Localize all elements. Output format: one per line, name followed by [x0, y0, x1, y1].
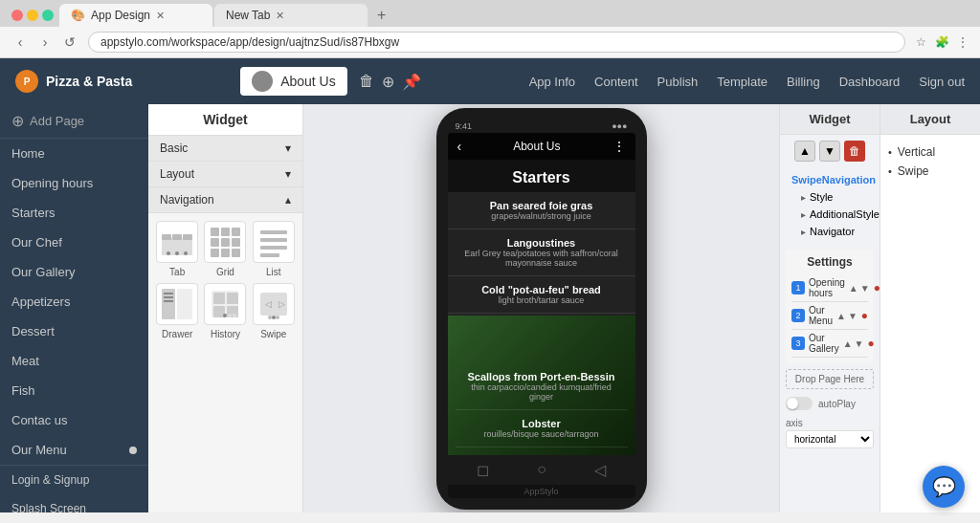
- row-2-arrows: ▲ ▼: [836, 311, 858, 321]
- phone-menu-icon[interactable]: ⋮: [612, 139, 626, 154]
- sidebar-item-contac-us[interactable]: Contac us: [0, 405, 148, 435]
- svg-point-32: [184, 251, 188, 255]
- autoplay-toggle[interactable]: [786, 397, 813, 410]
- nav-tree-root[interactable]: SwipeNavigation: [788, 171, 872, 188]
- tab-label-2: New Tab: [226, 9, 270, 22]
- settings-num-3: 3: [791, 337, 805, 350]
- reload-button[interactable]: ↺: [59, 32, 80, 53]
- pin-page-icon[interactable]: 📌: [402, 73, 421, 91]
- svg-rect-28: [172, 234, 182, 240]
- sidebar-item-dessert[interactable]: Dessert: [0, 316, 148, 346]
- minimize-button[interactable]: [27, 10, 38, 21]
- sidebar-item-meat[interactable]: Meat: [0, 346, 148, 376]
- tree-arrow: ▸: [801, 192, 806, 203]
- svg-point-64: [276, 316, 279, 319]
- widget-drawer[interactable]: Drawer: [156, 283, 198, 339]
- sidebar-item-opening-hours[interactable]: Opening hours: [0, 168, 148, 198]
- axis-select[interactable]: horizontalvertical: [786, 430, 874, 448]
- sidebar-item-appetizers[interactable]: Appetizers: [0, 287, 148, 316]
- navigation-section-header[interactable]: Navigation ▴: [148, 187, 302, 213]
- dashboard-link[interactable]: Dashboard: [839, 75, 901, 89]
- address-bar: ‹ › ↺ appstylo.com/workspace/app/design/…: [0, 27, 980, 57]
- svg-rect-50: [177, 289, 192, 319]
- sidebar-item-login[interactable]: Login & Signup: [0, 466, 148, 494]
- arrow-down-button[interactable]: ▼: [819, 141, 840, 162]
- widget-list[interactable]: List: [253, 221, 295, 277]
- row-2-down[interactable]: ▼: [848, 311, 858, 321]
- widget-grid-item[interactable]: Grid: [204, 221, 246, 277]
- svg-rect-42: [260, 230, 287, 234]
- maximize-button[interactable]: [42, 10, 54, 21]
- row-2-up[interactable]: ▲: [836, 311, 846, 321]
- row-3-delete[interactable]: ●: [868, 337, 875, 350]
- navigation-label: Navigation: [160, 193, 214, 207]
- close-button[interactable]: [11, 10, 23, 21]
- phone-home-icon[interactable]: ◻: [477, 461, 489, 479]
- navigation-chevron: ▴: [285, 193, 291, 207]
- active-indicator: [129, 447, 137, 454]
- widget-tab[interactable]: Tab: [156, 221, 198, 277]
- widget-history[interactable]: History: [204, 283, 246, 339]
- tab-app-design[interactable]: 🎨 App Design ✕: [59, 4, 212, 27]
- chat-bubble[interactable]: 💬: [923, 466, 965, 508]
- delete-page-icon[interactable]: 🗑: [359, 73, 374, 91]
- signout-link[interactable]: Sign out: [919, 75, 965, 89]
- row-2-delete[interactable]: ●: [861, 309, 868, 322]
- arrow-up-button[interactable]: ▲: [794, 141, 815, 162]
- page-title-area: About Us 🗑 ⊕ 📌: [147, 67, 513, 96]
- nav-tree-additional[interactable]: ▸ AdditionalStyles: [801, 206, 872, 223]
- nav-tree-navigator[interactable]: ▸ Navigator: [801, 223, 872, 240]
- nav-tree-root-label: SwipeNavigation: [791, 174, 876, 185]
- duplicate-page-icon[interactable]: ⊕: [382, 73, 394, 91]
- basic-section-header[interactable]: Basic ▾: [148, 136, 302, 162]
- svg-rect-34: [221, 228, 230, 236]
- sidebar-item-our-menu[interactable]: Our Menu: [0, 435, 148, 465]
- row-3-up[interactable]: ▲: [843, 338, 853, 349]
- extensions-icon[interactable]: 🧩: [934, 34, 949, 50]
- nav-tree-style[interactable]: ▸ Style: [801, 188, 872, 206]
- phone-back-icon[interactable]: ‹: [457, 139, 462, 154]
- layout-option-swipe[interactable]: • Swipe: [888, 162, 972, 181]
- row-1-down[interactable]: ▼: [860, 283, 870, 294]
- food-desc: light broth/tartar sauce: [459, 295, 624, 305]
- nav-tree-style-label: Style: [810, 191, 833, 203]
- bookmark-icon[interactable]: ☆: [913, 34, 928, 50]
- sidebar-item-our-chef[interactable]: Our Chef: [0, 228, 148, 257]
- tab-close-icon-2[interactable]: ✕: [276, 10, 284, 22]
- new-tab-button[interactable]: +: [369, 7, 393, 24]
- sidebar-label: Splash Screen: [11, 502, 86, 512]
- tab-new-tab[interactable]: New Tab ✕: [214, 4, 368, 27]
- widget-swipe[interactable]: ◁ ▷ Swipe: [253, 283, 295, 339]
- template-link[interactable]: Template: [717, 75, 768, 89]
- row-3-down[interactable]: ▼: [855, 338, 864, 349]
- svg-rect-47: [164, 293, 173, 294]
- sidebar-item-splash[interactable]: Splash Screen: [0, 494, 148, 512]
- row-1-up[interactable]: ▲: [849, 283, 858, 294]
- add-page-button[interactable]: ⊕ Add Page: [0, 104, 148, 139]
- billing-link[interactable]: Billing: [787, 75, 820, 89]
- widget-panel-title: Widget: [148, 104, 302, 136]
- sidebar-item-our-gallery[interactable]: Our Gallery: [0, 257, 148, 287]
- url-bar[interactable]: appstylo.com/workspace/app/design/uajtnz…: [88, 32, 905, 53]
- back-button[interactable]: ‹: [10, 32, 31, 53]
- svg-rect-49: [164, 300, 173, 302]
- settings-num-2: 2: [791, 309, 805, 322]
- app-info-link[interactable]: App Info: [529, 75, 575, 89]
- sidebar-item-home[interactable]: Home: [0, 139, 148, 168]
- svg-point-57: [228, 314, 232, 317]
- sidebar-item-fish[interactable]: Fish: [0, 376, 148, 405]
- layout-section-header[interactable]: Layout ▾: [148, 162, 302, 187]
- layout-option-vertical[interactable]: • Vertical: [888, 142, 972, 162]
- food-item-5: Lobster rouilles/bisque sauce/tarragon: [456, 410, 628, 447]
- forward-button[interactable]: ›: [34, 32, 56, 53]
- content-link[interactable]: Content: [594, 75, 638, 89]
- phone-back-nav-icon[interactable]: ◁: [594, 461, 606, 479]
- phone-circle-icon[interactable]: ○: [537, 461, 546, 478]
- settings-row-2: 2 Our Menu ▲ ▼ ●: [791, 302, 868, 330]
- tab-close-icon[interactable]: ✕: [156, 10, 165, 22]
- delete-widget-button[interactable]: 🗑: [844, 141, 865, 162]
- sidebar-item-starters[interactable]: Starters: [0, 198, 148, 228]
- menu-icon[interactable]: ⋮: [955, 34, 970, 50]
- sidebar-label: Login & Signup: [11, 473, 89, 487]
- publish-link[interactable]: Publish: [657, 75, 699, 89]
